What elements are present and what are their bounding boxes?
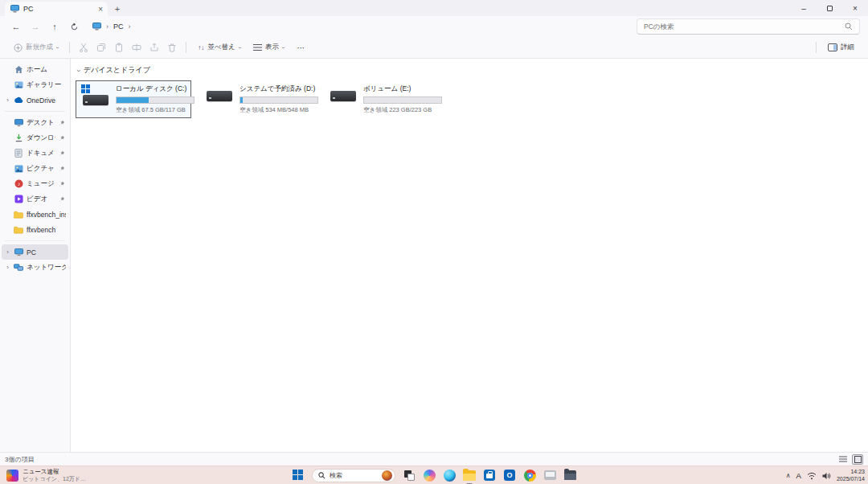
- sidebar-item-label: ピクチャ: [27, 164, 55, 174]
- delete-button[interactable]: [164, 39, 180, 56]
- maximize-button[interactable]: [817, 0, 842, 16]
- back-button[interactable]: ←: [8, 19, 24, 34]
- volume-icon[interactable]: [822, 472, 831, 480]
- sidebar-item-home[interactable]: ホーム: [2, 62, 68, 77]
- drive-e[interactable]: ボリューム (E:) 空き領域 223 GB/223 GB: [323, 80, 439, 118]
- sort-button[interactable]: ↑↓ 並べ替え ›: [192, 39, 246, 56]
- sidebar-item-videos[interactable]: ビデオ: [2, 191, 68, 207]
- wifi-icon[interactable]: [807, 472, 817, 480]
- close-button[interactable]: ×: [842, 0, 868, 16]
- pin-icon: [59, 150, 65, 157]
- maximize-icon: [827, 6, 833, 11]
- clock[interactable]: 14:23 2025/07/14: [837, 469, 865, 482]
- edge-icon: [444, 470, 456, 482]
- sidebar-item-label: ドキュメント: [27, 149, 55, 158]
- sidebar-item-label: ffxvbench: [27, 226, 66, 234]
- copy-button[interactable]: [93, 39, 109, 56]
- dark-folder-app-button[interactable]: [563, 469, 576, 482]
- breadcrumb[interactable]: › PC ›: [85, 18, 633, 35]
- sidebar-item-pictures[interactable]: ピクチャ: [2, 161, 68, 176]
- rename-icon: [132, 43, 141, 52]
- chevron-right-icon: ›: [129, 23, 131, 31]
- cut-icon: [79, 43, 88, 52]
- capacity-bar: [363, 96, 442, 104]
- file-list-area[interactable]: › デバイスとドライブ ローカル ディスク (C:) 空き領域 67.5 GB/…: [71, 59, 868, 452]
- start-button[interactable]: [292, 469, 305, 482]
- minimize-button[interactable]: –: [791, 0, 817, 16]
- forward-button[interactable]: →: [27, 19, 43, 34]
- capacity-bar: [116, 96, 194, 104]
- drive-free-space: 空き領域 67.5 GB/117 GB: [116, 106, 186, 114]
- explorer-tab-pc[interactable]: PC ×: [5, 2, 108, 16]
- sidebar-item-downloads[interactable]: ダウンロード: [2, 130, 68, 146]
- icon-view-icon: [854, 456, 862, 463]
- expand-chevron-icon[interactable]: ›: [5, 248, 10, 256]
- delete-icon: [167, 43, 177, 52]
- expand-chevron-icon[interactable]: ›: [5, 264, 10, 271]
- details-pane-button[interactable]: 詳細: [822, 39, 860, 56]
- music-icon: ♪: [14, 179, 23, 189]
- widget-subheadline: ビットコイン、12万ド…: [23, 476, 86, 482]
- paste-button[interactable]: [111, 39, 127, 56]
- sidebar-item-ffxvbench-installer[interactable]: ffxvbench_installer: [2, 207, 68, 222]
- hard-drive-icon: [329, 84, 358, 107]
- widgets-button[interactable]: ニュース速報 ビットコイン、12万ド…: [3, 466, 89, 484]
- item-count: 3個の項目: [5, 455, 35, 464]
- sidebar-item-ffxvbench[interactable]: ffxvbench: [2, 222, 68, 237]
- pin-icon: [59, 181, 65, 187]
- outlook-button[interactable]: O: [503, 469, 516, 482]
- drive-c[interactable]: ローカル ディスク (C:) 空き領域 67.5 GB/117 GB: [76, 80, 191, 118]
- sidebar-item-documents[interactable]: ドキュメント: [2, 146, 68, 161]
- folder-icon: [14, 210, 23, 219]
- devices-and-drives-group[interactable]: › デバイスとドライブ: [76, 64, 868, 80]
- new-button[interactable]: 新規作成 ›: [8, 39, 63, 56]
- expand-chevron-icon[interactable]: ›: [5, 96, 10, 104]
- toolbar: 新規作成 › ↑↓ 並べ替え › 表示 ›: [0, 37, 868, 59]
- icon-view-button[interactable]: [852, 454, 863, 465]
- rename-button[interactable]: [129, 39, 145, 56]
- task-view-button[interactable]: [403, 469, 416, 482]
- sidebar-item-gallery[interactable]: ギャラリー: [2, 77, 68, 92]
- refresh-button[interactable]: [66, 19, 82, 34]
- details-button-label: 詳細: [841, 43, 854, 52]
- copilot-button[interactable]: [423, 469, 436, 482]
- pc-monitor-icon: [10, 4, 19, 14]
- file-explorer-button[interactable]: [463, 469, 476, 482]
- sidebar-item-network[interactable]: › ネットワーク: [2, 260, 68, 275]
- sidebar-item-music[interactable]: ♪ ミュージック: [2, 176, 68, 191]
- news-widget-icon: [6, 470, 18, 482]
- ime-mode-indicator[interactable]: A: [796, 471, 801, 480]
- cut-button[interactable]: [76, 39, 92, 56]
- breadcrumb-item-pc[interactable]: PC: [113, 23, 124, 31]
- windows-start-icon: [293, 470, 304, 481]
- remote-desktop-button[interactable]: [543, 469, 556, 482]
- drive-d[interactable]: システムで予約済み (D:) 空き領域 534 MB/548 MB: [199, 80, 315, 118]
- up-button[interactable]: ↑: [47, 19, 63, 34]
- tab-close-icon[interactable]: ×: [98, 5, 103, 14]
- chevron-down-icon: ›: [280, 47, 286, 48]
- copilot-icon: [424, 470, 436, 482]
- edge-button[interactable]: [443, 469, 456, 482]
- collapse-chevron-icon[interactable]: ›: [75, 69, 83, 72]
- chrome-icon: [524, 470, 536, 482]
- taskbar: ニュース速報 ビットコイン、12万ド… 検索 O ∧ A: [0, 466, 868, 484]
- sidebar-item-desktop[interactable]: デスクトップ: [2, 115, 68, 130]
- chevron-down-icon: ›: [236, 47, 242, 48]
- home-icon: [14, 65, 23, 75]
- microsoft-store-button[interactable]: [483, 469, 496, 482]
- list-view-button[interactable]: [837, 454, 849, 465]
- view-button[interactable]: 表示 ›: [248, 39, 289, 56]
- chrome-button[interactable]: [523, 469, 536, 482]
- hidden-icons-chevron[interactable]: ∧: [786, 472, 791, 479]
- search-input[interactable]: [644, 23, 845, 31]
- sort-arrows-icon: ↑↓: [198, 44, 204, 51]
- new-tab-button[interactable]: +: [111, 2, 124, 15]
- pin-icon: [59, 166, 65, 172]
- taskbar-search[interactable]: 検索: [312, 469, 395, 482]
- more-options-button[interactable]: ⋯: [291, 39, 311, 56]
- sidebar-item-onedrive[interactable]: › OneDrive: [2, 92, 68, 108]
- drive-list: ローカル ディスク (C:) 空き領域 67.5 GB/117 GB システムで…: [76, 80, 868, 118]
- share-button[interactable]: [146, 39, 162, 56]
- sidebar-item-pc[interactable]: › PC: [2, 244, 68, 260]
- search-box[interactable]: [637, 18, 860, 35]
